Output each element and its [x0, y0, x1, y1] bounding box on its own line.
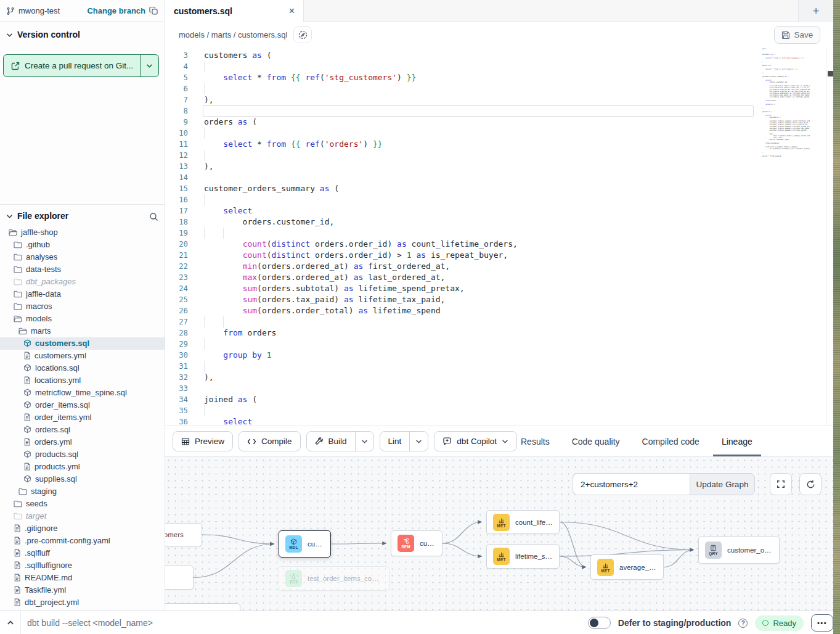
code-editor[interactable]: 23customers as (45 select * from {{ ref(…	[165, 47, 833, 426]
status-ready-badge[interactable]: Ready	[755, 615, 804, 631]
build-button[interactable]: Build	[307, 432, 355, 451]
tree-item-order_items.sql[interactable]: order_items.sql	[0, 399, 165, 411]
tree-item-macros[interactable]: macros	[0, 300, 165, 313]
navigate-icon-button[interactable]	[293, 26, 312, 43]
create-pull-request-button[interactable]: Create a pull request on Git...	[3, 54, 159, 77]
defer-toggle[interactable]	[588, 617, 611, 629]
tree-item-order_items.yml[interactable]: order_items.yml	[0, 411, 165, 424]
code-line-18[interactable]: 18 orders.customer_id,	[165, 216, 833, 228]
tree-item-orders.sql[interactable]: orders.sql	[0, 424, 165, 436]
tree-item-products.yml[interactable]: products.yml	[0, 461, 165, 473]
lint-button[interactable]: Lint	[380, 432, 410, 451]
code-line-23[interactable]: 23 max(orders.ordered_at) as last_ordere…	[165, 272, 833, 283]
code-line-34[interactable]: 34joined as (	[165, 394, 833, 405]
code-line-8[interactable]: 8	[165, 105, 833, 117]
tree-item-models[interactable]: models	[0, 313, 165, 325]
build-dropdown[interactable]	[356, 432, 373, 451]
change-branch-link[interactable]: Change branch	[87, 6, 145, 15]
code-line-13[interactable]: 13),	[165, 161, 833, 172]
panel-tab-results[interactable]: Results	[520, 426, 551, 456]
code-line-7[interactable]: 7),	[165, 94, 833, 105]
code-line-32[interactable]: 32),	[165, 372, 833, 383]
tree-item-metricflow_time_spine.sql[interactable]: metricflow_time_spine.sql	[0, 387, 165, 399]
help-icon[interactable]: ?	[738, 619, 748, 628]
tree-item-locations.sql[interactable]: locations.sql	[0, 362, 165, 374]
tree-item-.pre-commit-config.yaml[interactable]: .pre-commit-config.yaml	[0, 535, 165, 547]
new-tab-button[interactable]: +	[798, 0, 833, 22]
code-line-28[interactable]: 28 from orders	[165, 327, 833, 339]
tree-item-.gitignore[interactable]: .gitignore	[0, 522, 165, 535]
code-line-19[interactable]: 19	[165, 228, 833, 239]
lineage-node-customers_mdl[interactable]: MDLcustomers	[279, 530, 331, 558]
code-line-6[interactable]: 6	[165, 83, 833, 94]
scrollbar-thumb[interactable]	[828, 71, 833, 76]
code-line-25[interactable]: 25 sum(orders.tax_paid) as lifetime_tax_…	[165, 294, 833, 305]
tree-item-.sqlfluffignore[interactable]: .sqlfluffignore	[0, 559, 165, 572]
close-icon[interactable]: ×	[289, 6, 295, 16]
code-line-35[interactable]: 35	[165, 405, 833, 416]
tree-item-README.md[interactable]: README.md	[0, 572, 165, 584]
lineage-node-test_bools[interactable]: TSTtest_order_items_compute_to_bools...	[279, 566, 389, 591]
tree-item-seeds[interactable]: seeds	[0, 498, 165, 510]
lineage-node-customer_order_metrics[interactable]: QRYcustomer_order_metrics	[698, 536, 780, 564]
editor-scrollbar[interactable]	[826, 47, 833, 426]
code-line-21[interactable]: 21 count(distinct orders.order_id) > 1 a…	[165, 250, 833, 261]
lineage-selector-input[interactable]	[573, 473, 690, 495]
lineage-node-customers_sem[interactable]: SEMcustomers	[391, 530, 442, 556]
code-line-10[interactable]: 10	[165, 128, 833, 139]
code-line-33[interactable]: 33	[165, 383, 833, 394]
code-line-9[interactable]: 9orders as (	[165, 117, 833, 128]
code-line-3[interactable]: 3customers as (	[165, 50, 833, 61]
tree-item-products.sql[interactable]: products.sql	[0, 448, 165, 461]
code-line-4[interactable]: 4	[165, 61, 833, 72]
lineage-node-stg_customers[interactable]: stg_customers	[165, 523, 202, 546]
tree-item-.github[interactable]: .github	[0, 239, 165, 251]
tree-item-jaffle-data[interactable]: jaffle-data	[0, 288, 165, 300]
code-line-12[interactable]: 12	[165, 150, 833, 161]
code-line-36[interactable]: 36 select	[165, 416, 833, 426]
fullscreen-icon-button[interactable]	[770, 473, 792, 495]
update-graph-button[interactable]: Update Graph	[690, 473, 755, 495]
lineage-node-average_order_value[interactable]: METaverage_order_value	[590, 554, 664, 580]
version-control-header[interactable]: Version control	[6, 30, 80, 39]
panel-tab-lineage[interactable]: Lineage	[720, 426, 754, 456]
panel-tab-code-quality[interactable]: Code quality	[571, 426, 621, 456]
code-line-17[interactable]: 17 select	[165, 205, 833, 216]
lineage-node-partial_node[interactable]	[165, 603, 240, 611]
lineage-node-orders[interactable]: orders	[165, 566, 194, 590]
code-line-26[interactable]: 26 sum(orders.order_total) as lifetime_s…	[165, 305, 833, 316]
copy-icon[interactable]	[149, 5, 158, 16]
code-line-30[interactable]: 30 group by 1	[165, 350, 833, 361]
code-line-14[interactable]: 14	[165, 172, 833, 183]
tree-item-dbt_packages[interactable]: dbt_packages	[0, 276, 165, 288]
code-line-5[interactable]: 5 select * from {{ ref('stg_customers') …	[165, 72, 833, 83]
tree-item-.sqlfluff[interactable]: .sqlfluff	[0, 547, 165, 559]
refresh-icon-button[interactable]	[799, 473, 822, 495]
tree-item-Taskfile.yml[interactable]: Taskfile.yml	[0, 584, 165, 596]
tree-item-data-tests[interactable]: data-tests	[0, 263, 165, 276]
code-line-11[interactable]: 11 select * from {{ ref('orders') }}	[165, 139, 833, 150]
code-line-20[interactable]: 20 count(distinct orders.order_id) as co…	[165, 239, 833, 250]
command-input[interactable]	[27, 614, 372, 632]
tree-item-staging[interactable]: staging	[0, 485, 165, 498]
pr-button-dropdown[interactable]	[140, 55, 158, 76]
search-icon[interactable]	[149, 211, 158, 221]
tab-customers-sql[interactable]: customers.sql ×	[165, 0, 304, 22]
tree-item-locations.yml[interactable]: locations.yml	[0, 374, 165, 387]
compile-button[interactable]: Compile	[239, 431, 301, 451]
expand-command-bar-icon[interactable]	[4, 617, 17, 629]
file-explorer-header[interactable]: File explorer	[0, 205, 165, 226]
code-line-22[interactable]: 22 min(orders.ordered_at) as first_order…	[165, 261, 833, 272]
preview-button[interactable]: Preview	[173, 431, 233, 451]
lineage-node-lifetime_spend_pretax[interactable]: METlifetime_spend_pretax	[486, 544, 560, 569]
code-line-31[interactable]: 31	[165, 361, 833, 372]
overflow-menu-button[interactable]: •••	[811, 614, 833, 632]
tree-item-target[interactable]: target	[0, 510, 165, 522]
tree-item-customers.yml[interactable]: customers.yml	[0, 350, 165, 362]
tree-item-customers.sql[interactable]: customers.sql	[0, 337, 165, 350]
code-line-27[interactable]: 27	[165, 316, 833, 327]
code-line-15[interactable]: 15customer_orders_summary as (	[165, 183, 833, 194]
save-button[interactable]: Save	[774, 26, 820, 44]
tree-item-orders.yml[interactable]: orders.yml	[0, 436, 165, 448]
lint-dropdown[interactable]	[410, 432, 428, 451]
